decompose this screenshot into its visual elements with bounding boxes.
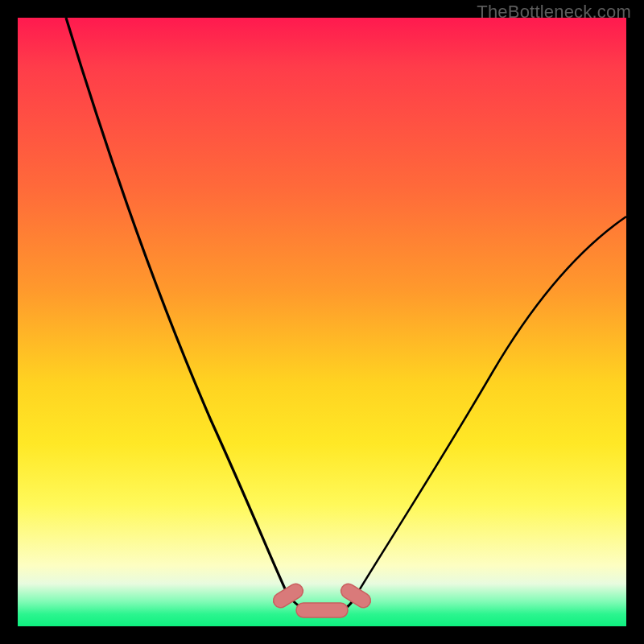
plot-area bbox=[18, 18, 626, 626]
left-curve bbox=[66, 18, 288, 596]
chart-frame: TheBottleneck.com bbox=[0, 0, 644, 644]
marker-group bbox=[270, 581, 373, 617]
right-curve bbox=[356, 217, 626, 596]
marker-bottom-bar bbox=[296, 603, 348, 617]
curve-layer bbox=[18, 18, 626, 626]
